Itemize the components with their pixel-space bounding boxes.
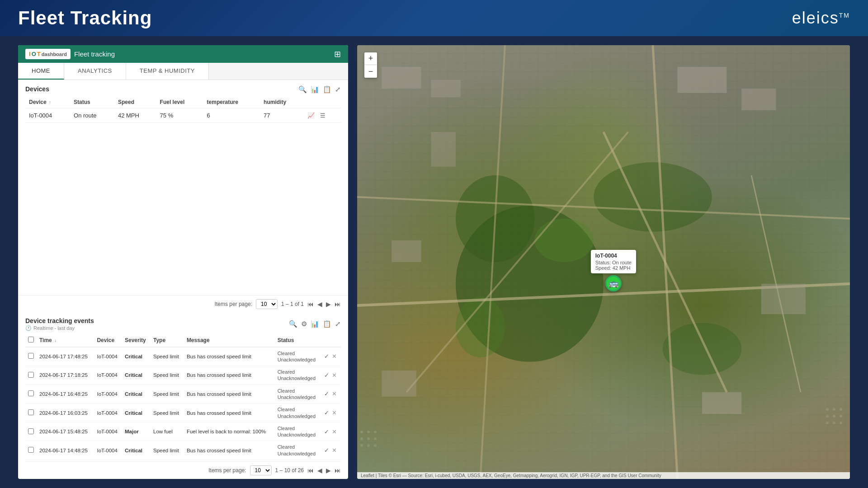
acknowledge-icon[interactable]: ✓ <box>324 447 329 454</box>
svg-point-38 <box>833 422 835 424</box>
event-device: IoT-0004 <box>94 366 122 385</box>
events-copy-icon[interactable]: 📋 <box>323 320 331 328</box>
dismiss-icon[interactable]: ✕ <box>332 409 337 416</box>
event-checkbox[interactable] <box>28 372 34 378</box>
svg-point-36 <box>840 415 842 418</box>
col-status: Status <box>275 334 321 347</box>
svg-point-25 <box>360 437 363 440</box>
prev-page-btn[interactable]: ◀ <box>317 300 322 308</box>
acknowledge-icon[interactable]: ✓ <box>324 372 329 379</box>
expand-icon[interactable]: ⊞ <box>334 49 341 59</box>
event-actions: ✓ ✕ <box>321 385 341 404</box>
vehicle-status: Status: On route <box>595 260 632 265</box>
event-checkbox[interactable] <box>28 447 34 453</box>
devices-table-row: IoT-0004 On route 42 MPH 75 % 6 77 📈 ☰ <box>25 108 341 123</box>
events-title-block: Device tracking events 🕐 Realtime - last… <box>25 317 94 331</box>
event-type: Speed limit <box>151 347 184 366</box>
search-icon[interactable]: 🔍 <box>298 85 307 94</box>
col-device: Device ↑ <box>25 96 70 108</box>
event-message: Fuel level is back to normal: 100% <box>184 422 275 441</box>
clock-icon: 🕐 <box>25 325 32 331</box>
event-device: IoT-0004 <box>94 347 122 366</box>
svg-point-3 <box>663 323 741 375</box>
event-type: Speed limit <box>151 385 184 404</box>
svg-point-31 <box>826 408 829 411</box>
event-time: 2024-06-17 17:18:25 <box>37 366 94 385</box>
devices-per-page-select[interactable]: 10 <box>256 299 278 309</box>
dismiss-icon[interactable]: ✕ <box>332 428 337 435</box>
events-search-icon[interactable]: 🔍 <box>289 320 297 328</box>
acknowledge-icon[interactable]: ✓ <box>324 409 329 416</box>
zoom-in-button[interactable]: + <box>364 52 377 65</box>
col-speed: Speed <box>114 96 156 108</box>
events-table-row: 2024-06-17 14:48:25 IoT-0004 Critical Sp… <box>25 441 341 460</box>
next-page-btn[interactable]: ▶ <box>326 300 331 308</box>
acknowledge-icon[interactable]: ✓ <box>324 390 329 397</box>
col-actions <box>304 96 341 108</box>
svg-rect-19 <box>382 371 416 397</box>
list-view-icon[interactable]: ☰ <box>320 112 326 119</box>
tab-home[interactable]: HOME <box>18 63 64 80</box>
select-all-checkbox[interactable] <box>28 337 34 343</box>
event-actions: ✓ ✕ <box>321 441 341 460</box>
map-panel[interactable]: + − IoT-0004 Status: On route Speed: 42 … <box>357 45 850 479</box>
col-actions <box>321 334 341 347</box>
chart-icon[interactable]: 📊 <box>311 85 319 94</box>
event-device: IoT-0004 <box>94 404 122 422</box>
last-page-btn[interactable]: ⏭ <box>335 300 341 308</box>
event-checkbox-cell <box>25 347 37 366</box>
dismiss-icon[interactable]: ✕ <box>332 353 337 360</box>
svg-rect-13 <box>382 67 421 89</box>
event-checkbox[interactable] <box>28 353 34 359</box>
event-checkbox[interactable] <box>28 428 34 434</box>
zoom-out-button[interactable]: − <box>364 65 377 78</box>
left-panel: IOTdashboard Fleet tracking ⊞ HOME ANALY… <box>18 45 348 479</box>
dashboard-brand: IOTdashboard Fleet tracking <box>25 49 115 59</box>
col-humidity: humidity <box>260 96 304 108</box>
svg-point-2 <box>594 162 712 232</box>
events-table: Time ↓ Device Severity Type Message Stat… <box>25 334 341 460</box>
event-status: ClearedUnacknowledged <box>275 366 321 385</box>
events-next-page-btn[interactable]: ▶ <box>326 467 331 474</box>
dashboard-title: Fleet tracking <box>74 50 115 58</box>
nav-tabs: HOME ANALYTICS TEMP & HUMIDITY <box>18 63 348 80</box>
chart-view-icon[interactable]: 📈 <box>307 112 315 119</box>
acknowledge-icon[interactable]: ✓ <box>324 353 329 360</box>
events-toolbar: 🔍 ⚙ 📊 📋 ⤢ <box>289 320 341 328</box>
event-severity: Critical <box>122 347 151 366</box>
events-chart-icon[interactable]: 📊 <box>311 320 319 328</box>
event-status: ClearedUnacknowledged <box>275 347 321 366</box>
svg-point-34 <box>826 415 829 418</box>
dismiss-icon[interactable]: ✕ <box>332 447 337 454</box>
acknowledge-icon[interactable]: ✓ <box>324 428 329 435</box>
svg-point-30 <box>374 444 377 447</box>
devices-pagination: Items per page: 10 1 – 1 of 1 ⏮ ◀ ▶ ⏭ <box>18 295 348 313</box>
svg-rect-15 <box>678 67 727 93</box>
dismiss-icon[interactable]: ✕ <box>332 390 337 397</box>
copy-icon[interactable]: 📋 <box>323 85 331 94</box>
svg-rect-17 <box>761 284 806 314</box>
events-last-page-btn[interactable]: ⏭ <box>335 467 341 474</box>
event-device: IoT-0004 <box>94 422 122 441</box>
tab-temp-humidity[interactable]: TEMP & HUMIDITY <box>126 63 209 80</box>
events-expand-icon[interactable]: ⤢ <box>335 320 341 328</box>
events-prev-page-btn[interactable]: ◀ <box>317 467 322 474</box>
dismiss-icon[interactable]: ✕ <box>332 372 337 379</box>
event-status: ClearedUnacknowledged <box>275 441 321 460</box>
svg-rect-16 <box>741 89 776 110</box>
event-severity: Critical <box>122 366 151 385</box>
events-per-page-select[interactable]: 10 <box>250 465 272 475</box>
event-severity: Critical <box>122 441 151 460</box>
event-type: Speed limit <box>151 441 184 460</box>
map-decoration-right <box>823 405 850 434</box>
event-checkbox[interactable] <box>28 390 34 396</box>
event-checkbox-cell <box>25 422 37 441</box>
first-page-btn[interactable]: ⏮ <box>307 300 314 308</box>
event-checkbox[interactable] <box>28 409 34 415</box>
tab-analytics[interactable]: ANALYTICS <box>64 63 126 80</box>
event-message: Bus has crossed speed limit <box>184 441 275 460</box>
events-first-page-btn[interactable]: ⏮ <box>307 467 314 474</box>
vehicle-speed: Speed: 42 MPH <box>595 265 632 271</box>
events-filter-icon[interactable]: ⚙ <box>301 320 307 328</box>
expand-table-icon[interactable]: ⤢ <box>335 85 341 94</box>
